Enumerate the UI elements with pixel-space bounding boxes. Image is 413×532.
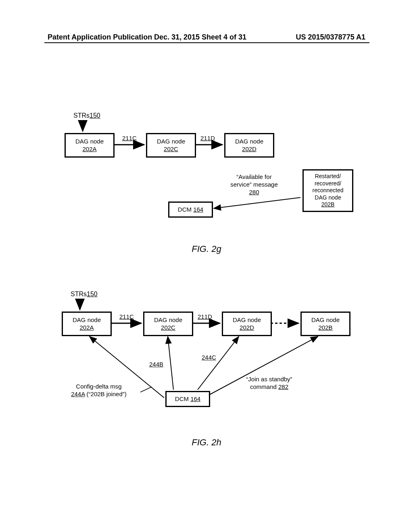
fig2g-available-message: “Available for service” message 280 — [222, 173, 286, 196]
arrows-overlay — [0, 0, 413, 532]
fig2g-dag-node-202a: DAG node202A — [65, 133, 115, 158]
fig2g-dag-node-202d: DAG node202D — [224, 133, 274, 158]
fig2h-caption: FIG. 2h — [0, 437, 413, 448]
fig2h-config-delta-msg: Config-delta msg 244A (“202B joined”) — [56, 383, 141, 398]
fig2h-dag-node-202c: DAG node202C — [143, 312, 193, 336]
fig2h-dag-node-202a: DAG node202A — [62, 312, 112, 336]
fig2h-label-244c: 244C — [202, 354, 216, 361]
svg-line-11 — [168, 337, 173, 390]
fig2h-dag-node-202b: DAG node202B — [300, 312, 350, 336]
fig2h-label-244b: 244B — [149, 361, 163, 368]
svg-line-4 — [214, 197, 300, 208]
fig2g-dcm: DCM 164 — [168, 202, 213, 218]
fig2g-recovered-node-202b: Restarted/ recovered/ reconnected DAG no… — [302, 169, 353, 212]
page: Patent Application Publication Dec. 31, … — [0, 0, 413, 532]
fig2g-strs-label: STRs150 — [73, 112, 100, 119]
fig2g-arrow-label-211c: 211C — [122, 135, 137, 141]
svg-line-10 — [140, 387, 152, 392]
header-rule — [44, 42, 369, 43]
fig2h-dag-node-202d: DAG node202D — [222, 312, 272, 336]
fig2h-join-standby-msg: “Join as standby” command 282 — [234, 376, 305, 391]
fig2g-caption: FIG. 2g — [0, 244, 413, 254]
svg-line-12 — [198, 337, 239, 390]
fig2h-dcm: DCM 164 — [165, 391, 210, 407]
fig2g-dag-node-202c: DAG node202C — [146, 133, 196, 158]
fig2h-arrow-label-211d: 211D — [198, 313, 212, 320]
fig2h-strs-label: STRs150 — [71, 291, 98, 298]
header-left: Patent Application Publication — [48, 33, 152, 42]
header-center: Dec. 31, 2015 Sheet 4 of 31 — [154, 33, 246, 42]
fig2h-arrow-label-211c: 211C — [119, 313, 134, 320]
header-right: US 2015/0378775 A1 — [296, 33, 365, 42]
fig2g-arrow-label-211d: 211D — [200, 135, 215, 141]
